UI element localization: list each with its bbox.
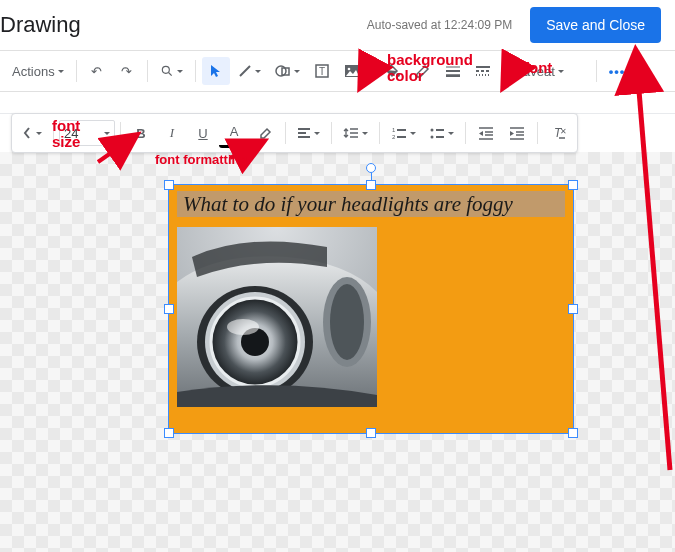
numbered-list-icon: 12 [391,126,407,140]
bold-button[interactable]: B [126,118,156,148]
underline-button[interactable]: U [188,118,218,148]
svg-text:1: 1 [392,127,396,133]
increase-indent-button[interactable] [502,118,532,148]
resize-handle-w[interactable] [164,304,174,314]
dialog-header: Drawing Auto-saved at 12:24:09 PM Save a… [0,0,675,50]
select-tool[interactable] [202,57,230,85]
resize-handle-sw[interactable] [164,428,174,438]
clear-formatting-button[interactable]: T✕ [543,118,573,148]
svg-point-28 [431,136,434,139]
border-weight-button[interactable] [439,57,467,85]
italic-button[interactable]: I [157,118,187,148]
svg-text:T: T [319,66,325,77]
redo-button[interactable]: ↷ [113,57,141,85]
svg-point-8 [347,68,350,71]
svg-point-0 [162,66,169,73]
line-dash-icon [475,65,491,77]
more-tools-button[interactable] [16,118,48,148]
chevron-left-icon [22,126,33,140]
undo-button[interactable]: ↶ [83,57,111,85]
shape-title-text[interactable]: What to do if your headlights are foggy [177,191,565,217]
fill-color-button[interactable] [379,57,407,85]
indent-icon [509,126,525,140]
line-spacing-icon [343,126,359,140]
textbox-icon: T [315,64,329,78]
text-color-button[interactable]: A [219,118,249,148]
clear-format-icon: T✕ [550,126,566,140]
line-spacing-button[interactable] [337,118,374,148]
highlight-color-button[interactable] [250,118,280,148]
font-size-select[interactable]: 24 [59,120,115,146]
resize-handle-nw[interactable] [164,180,174,190]
image-icon [344,64,360,78]
rotate-handle[interactable] [366,163,376,173]
actions-menu[interactable]: Actions [6,57,70,85]
embedded-car-image[interactable] [177,227,377,407]
resize-handle-e[interactable] [568,304,578,314]
svg-point-50 [330,284,364,360]
line-icon [238,64,252,78]
bulleted-list-icon [429,126,445,140]
svg-line-1 [168,73,171,76]
shape-tool[interactable] [269,57,306,85]
autosave-status: Auto-saved at 12:24:09 PM [367,18,512,32]
resize-handle-s[interactable] [366,428,376,438]
textbox-tool[interactable]: T [308,57,336,85]
text-format-toolbar: 24 B I U A 12 T✕ [11,113,578,153]
svg-point-48 [227,319,259,335]
zoom-menu[interactable] [154,57,189,85]
image-tool[interactable] [338,57,366,85]
numbered-list-button[interactable]: 12 [385,118,422,148]
align-left-icon [297,127,311,139]
pencil-icon [415,64,430,79]
border-dash-button[interactable] [469,57,497,85]
svg-text:✕: ✕ [560,127,566,136]
align-button[interactable] [291,118,326,148]
redo-icon: ↷ [121,64,132,79]
dialog-title: Drawing [0,12,81,38]
highlighter-icon [258,126,273,141]
line-weight-icon [445,65,461,77]
resize-handle-se[interactable] [568,428,578,438]
svg-point-27 [431,129,434,132]
paint-bucket-icon [385,63,401,79]
svg-point-9 [396,73,400,77]
svg-line-2 [240,66,250,76]
undo-icon: ↶ [91,64,102,79]
font-family-select[interactable]: Caveat [510,57,590,85]
selected-textbox-shape[interactable]: What to do if your headlights are foggy [168,184,574,434]
car-headlight-photo [177,227,377,407]
line-tool[interactable] [232,57,267,85]
more-options-button[interactable]: ••• [603,57,632,85]
more-icon: ••• [609,64,626,79]
cursor-icon [210,64,222,78]
shape-icon [275,64,291,78]
save-and-close-button[interactable]: Save and Close [530,7,661,43]
primary-toolbar: Actions ↶ ↷ T Caveat ••• [0,50,675,92]
resize-handle-ne[interactable] [568,180,578,190]
decrease-indent-button[interactable] [471,118,501,148]
resize-handle-n[interactable] [366,180,376,190]
bulleted-list-button[interactable] [423,118,460,148]
outdent-icon [478,126,494,140]
border-color-button[interactable] [409,57,437,85]
zoom-icon [160,64,174,78]
svg-text:2: 2 [392,134,396,140]
